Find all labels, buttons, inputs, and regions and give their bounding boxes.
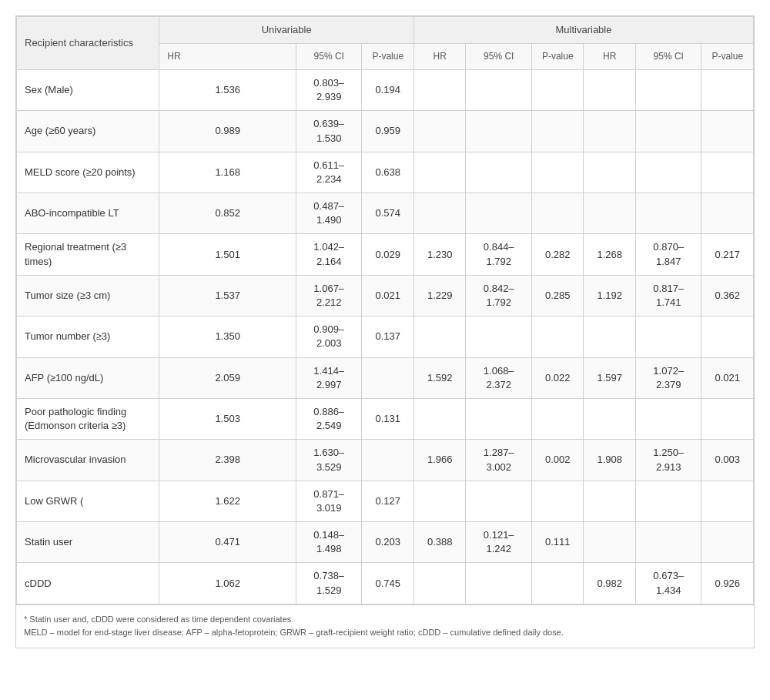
cell-6-multi1_ci bbox=[466, 317, 532, 357]
cell-12-multi1_ci bbox=[466, 563, 532, 604]
cell-12-uni_ci: 0.738–1.529 bbox=[296, 563, 362, 604]
cell-1-multi2_hr bbox=[584, 111, 635, 152]
table-row: Sex (Male)1.5360.803–2.9390.194 bbox=[17, 69, 754, 110]
cell-10-multi1_p bbox=[531, 481, 583, 521]
cell-8-multi1_p bbox=[531, 398, 583, 439]
cell-4-multi1_ci: 0.844–1.792 bbox=[466, 234, 532, 275]
cell-6-multi2_hr bbox=[584, 317, 635, 357]
cell-5-multi1_hr: 1.229 bbox=[413, 275, 465, 316]
cell-12-multi1_hr bbox=[413, 563, 465, 604]
cell-0-multi1_p bbox=[531, 69, 583, 110]
cell-12-multi1_p bbox=[531, 563, 583, 604]
cell-6-uni_hr: 1.350 bbox=[159, 317, 296, 357]
cell-10-multi1_ci bbox=[466, 481, 532, 521]
table-body: Sex (Male)1.5360.803–2.9390.194Age (≥60 … bbox=[17, 69, 754, 604]
cell-11-multi2_ci bbox=[635, 522, 701, 563]
univariable-header: Univariable bbox=[159, 17, 414, 44]
cell-5-uni_hr: 1.537 bbox=[159, 275, 296, 316]
footnote-section: * Statin user and, cDDD were considered … bbox=[16, 605, 754, 648]
cell-0-characteristic: Sex (Male) bbox=[17, 69, 159, 110]
cell-2-uni_p: 0.638 bbox=[362, 152, 413, 193]
cell-0-uni_hr: 1.536 bbox=[159, 69, 296, 110]
cell-1-multi1_p bbox=[531, 111, 583, 152]
cell-5-multi2_hr: 1.192 bbox=[584, 275, 635, 316]
cell-4-uni_ci: 1.042–2.164 bbox=[296, 234, 362, 275]
cell-10-uni_p: 0.127 bbox=[362, 481, 413, 521]
cell-8-multi2_ci bbox=[635, 398, 701, 439]
cell-11-characteristic: Statin user bbox=[17, 522, 159, 563]
footnote-2: MELD – model for end-stage liver disease… bbox=[24, 626, 746, 640]
cell-8-uni_ci: 0.886–2.549 bbox=[296, 398, 362, 439]
cell-11-multi1_ci: 0.121–1.242 bbox=[466, 522, 532, 563]
cell-6-multi2_p bbox=[701, 317, 754, 357]
cell-0-uni_ci: 0.803–2.939 bbox=[296, 69, 362, 110]
cell-5-multi1_ci: 0.842–1.792 bbox=[466, 275, 532, 316]
cell-8-multi2_p bbox=[701, 398, 754, 439]
cell-9-multi1_ci: 1.287–3.002 bbox=[466, 440, 532, 481]
table-row: Tumor size (≥3 cm)1.5371.067–2.2120.0211… bbox=[17, 275, 754, 316]
cell-11-uni_hr: 0.471 bbox=[159, 522, 296, 563]
cell-4-uni_p: 0.029 bbox=[362, 234, 413, 275]
cell-12-uni_p: 0.745 bbox=[362, 563, 413, 604]
cell-7-multi1_ci: 1.068–2.372 bbox=[466, 357, 532, 398]
cell-5-uni_p: 0.021 bbox=[362, 275, 413, 316]
uni-ci-header: 95% CI bbox=[296, 44, 362, 70]
cell-11-uni_p: 0.203 bbox=[362, 522, 413, 563]
cell-3-uni_hr: 0.852 bbox=[159, 193, 296, 234]
cell-2-characteristic: MELD score (≥20 points) bbox=[17, 152, 159, 193]
table-row: MELD score (≥20 points)1.1680.611–2.2340… bbox=[17, 152, 754, 193]
cell-9-characteristic: Microvascular invasion bbox=[17, 440, 159, 481]
cell-10-multi2_p bbox=[701, 481, 754, 521]
cell-3-multi2_ci bbox=[635, 193, 701, 234]
cell-2-multi2_p bbox=[701, 152, 754, 193]
cell-6-uni_p: 0.137 bbox=[362, 317, 413, 357]
cell-1-multi2_ci bbox=[635, 111, 701, 152]
main-table-container: Recipient characteristics Univariable Mu… bbox=[15, 15, 755, 648]
cell-3-uni_p: 0.574 bbox=[362, 193, 413, 234]
multivariable-header: Multivariable bbox=[413, 17, 753, 44]
cell-7-uni_hr: 2.059 bbox=[159, 357, 296, 398]
cell-6-characteristic: Tumor number (≥3) bbox=[17, 317, 159, 357]
cell-0-multi1_hr bbox=[413, 69, 465, 110]
cell-3-multi2_hr bbox=[584, 193, 635, 234]
cell-8-characteristic: Poor pathologic finding (Edmonson criter… bbox=[17, 398, 159, 439]
cell-0-multi2_ci bbox=[635, 69, 701, 110]
cell-3-multi1_p bbox=[531, 193, 583, 234]
cell-11-uni_ci: 0.148–1.498 bbox=[296, 522, 362, 563]
cell-11-multi1_p: 0.111 bbox=[531, 522, 583, 563]
cell-4-uni_hr: 1.501 bbox=[159, 234, 296, 275]
table-row: Microvascular invasion2.3981.630–3.5291.… bbox=[17, 440, 754, 481]
cell-0-multi2_p bbox=[701, 69, 754, 110]
cell-2-multi2_hr bbox=[584, 152, 635, 193]
cell-5-multi2_ci: 0.817–1.741 bbox=[635, 275, 701, 316]
cell-1-uni_p: 0.959 bbox=[362, 111, 413, 152]
table-row: cDDD1.0620.738–1.5290.7450.9820.673–1.43… bbox=[17, 563, 754, 604]
characteristics-header: Recipient characteristics bbox=[17, 17, 159, 70]
cell-8-multi2_hr bbox=[584, 398, 635, 439]
cell-7-multi2_ci: 1.072–2.379 bbox=[635, 357, 701, 398]
cell-2-multi1_ci bbox=[466, 152, 532, 193]
statistics-table: Recipient characteristics Univariable Mu… bbox=[16, 16, 754, 605]
cell-1-characteristic: Age (≥60 years) bbox=[17, 111, 159, 152]
table-row: Tumor number (≥3)1.3500.909–2.0030.137 bbox=[17, 317, 754, 357]
cell-8-uni_hr: 1.503 bbox=[159, 398, 296, 439]
cell-9-uni_p bbox=[362, 440, 413, 481]
cell-6-multi1_hr bbox=[413, 317, 465, 357]
cell-7-multi1_hr: 1.592 bbox=[413, 357, 465, 398]
multi2-hr-header: HR bbox=[584, 44, 635, 70]
cell-5-uni_ci: 1.067–2.212 bbox=[296, 275, 362, 316]
cell-0-multi1_ci bbox=[466, 69, 532, 110]
cell-3-characteristic: ABO-incompatible LT bbox=[17, 193, 159, 234]
multi1-hr-header: HR bbox=[413, 44, 465, 70]
cell-6-multi1_p bbox=[531, 317, 583, 357]
cell-7-multi2_hr: 1.597 bbox=[584, 357, 635, 398]
table-row: Poor pathologic finding (Edmonson criter… bbox=[17, 398, 754, 439]
uni-hr-header: HR bbox=[159, 44, 296, 70]
cell-3-uni_ci: 0.487–1.490 bbox=[296, 193, 362, 234]
multi1-pvalue-header: P-value bbox=[531, 44, 583, 70]
cell-8-uni_p: 0.131 bbox=[362, 398, 413, 439]
cell-7-multi1_p: 0.022 bbox=[531, 357, 583, 398]
cell-9-multi1_hr: 1.966 bbox=[413, 440, 465, 481]
cell-10-uni_ci: 0.871–3.019 bbox=[296, 481, 362, 521]
cell-2-multi1_hr bbox=[413, 152, 465, 193]
